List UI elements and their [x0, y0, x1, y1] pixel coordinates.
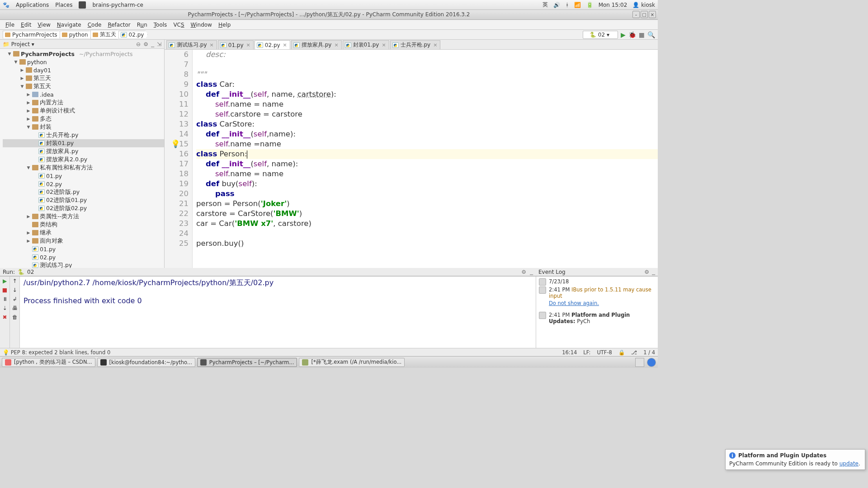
menu-code[interactable]: Code [85, 21, 104, 29]
workspace-switcher[interactable] [635, 358, 644, 367]
places-menu[interactable]: Places [55, 2, 72, 8]
close-tab-icon[interactable]: × [333, 42, 339, 48]
user-menu[interactable]: 👤 kiosk [632, 2, 655, 8]
python-file-icon [32, 254, 38, 260]
hide-tool-icon[interactable]: ⎯ [151, 41, 154, 47]
event-icon [539, 278, 546, 286]
breadcrumb-bar: PycharmProjects python 第五天 02.py 🐍 02 ▾ … [0, 30, 658, 40]
folder-icon [13, 51, 19, 56]
gnome-top-bar: 🐾 Applications Places brains-pycharm-ce … [0, 0, 658, 10]
python-file-icon [257, 42, 263, 48]
stop-button-icon[interactable]: ■ [639, 31, 645, 38]
menu-vcs[interactable]: VCS [170, 21, 187, 29]
settings-icon[interactable]: ⚙ [644, 269, 649, 275]
editor-tab[interactable]: 测试练习.py× [166, 40, 217, 49]
rerun-icon[interactable]: ▶ [1, 277, 9, 285]
breadcrumb-file[interactable]: 02.py [118, 31, 148, 39]
settings-icon[interactable]: ⚙ [143, 41, 148, 47]
run-config-selector[interactable]: 🐍 02 ▾ [583, 31, 618, 39]
soft-wrap-icon[interactable]: ↲ [11, 296, 19, 303]
breadcrumb-item[interactable]: 第五天 [90, 30, 120, 39]
file-encoding[interactable]: UTF-8 [597, 349, 612, 356]
project-view-dropdown[interactable]: 📁 Project ▾ [3, 41, 34, 47]
bluetooth-icon[interactable]: ᚼ [566, 2, 569, 8]
print-icon[interactable]: 🖶 [11, 305, 19, 312]
close-tab-icon[interactable]: × [209, 42, 215, 48]
git-branch-icon[interactable]: ⎇ [631, 349, 637, 356]
close-button[interactable]: × [649, 11, 656, 18]
menu-refactor[interactable]: Refactor [105, 21, 133, 29]
input-language-indicator[interactable]: 英 [542, 1, 548, 9]
maximize-button[interactable]: □ [641, 11, 648, 18]
taskbar-item[interactable]: [kiosk@foundation84:~/pytho... [97, 358, 195, 367]
editor-tab[interactable]: 01.py× [218, 40, 254, 49]
tree-selected-file[interactable]: 封装01.py [3, 139, 164, 147]
close-tab-icon[interactable]: × [282, 42, 288, 48]
python-file-icon [38, 141, 45, 146]
taskbar-item-active[interactable]: PycharmProjects – [~/Pycharm... [197, 358, 297, 367]
collapse-all-icon[interactable]: ⊖ [136, 41, 141, 47]
close-icon[interactable]: ✖ [1, 314, 9, 321]
breadcrumb-item[interactable]: python [60, 31, 92, 39]
python-file-icon [38, 173, 45, 178]
wifi-icon[interactable]: 📶 [574, 2, 581, 8]
python-file-icon [38, 197, 45, 203]
clock[interactable]: Mon 15:02 [599, 2, 627, 8]
status-bar: 💡 PEP 8: expected 2 blank lines, found 0… [0, 348, 658, 356]
tray-icon[interactable] [647, 358, 656, 367]
readonly-lock-icon[interactable]: 🔒 [618, 349, 625, 356]
python-file-icon [121, 32, 127, 38]
hide-icon[interactable]: ⎯ [652, 269, 655, 275]
pause-icon[interactable]: ⏸ [1, 296, 9, 303]
editor-tab-active[interactable]: 02.py× [255, 40, 290, 49]
battery-icon[interactable]: 🔋 [586, 2, 593, 8]
up-icon[interactable]: ↑ [11, 277, 19, 285]
close-tab-icon[interactable]: × [432, 42, 438, 48]
hide-icon[interactable]: ⎯ [530, 269, 533, 275]
close-tab-icon[interactable]: × [381, 42, 387, 48]
editor-gutter[interactable]: 678910111213141516171819202122232425 [165, 50, 193, 268]
menu-run[interactable]: Run [134, 21, 150, 29]
debug-button-icon[interactable]: 🐞 [628, 31, 636, 38]
run-console[interactable]: /usr/bin/python2.7 /home/kiosk/PycharmPr… [20, 277, 536, 348]
editor-tab[interactable]: 摆放家具.py× [291, 40, 342, 49]
do-not-show-link[interactable]: Do not show again. [549, 300, 599, 306]
menu-file[interactable]: File [3, 21, 17, 29]
editor-icon [302, 359, 308, 366]
python-file-icon [32, 246, 38, 252]
stop-icon[interactable]: ■ [1, 286, 9, 294]
settings-icon[interactable]: ⚙ [521, 269, 526, 275]
caret-position[interactable]: 16:14 [562, 349, 577, 356]
menu-edit[interactable]: Edit [18, 21, 34, 29]
taskbar-item[interactable]: [python , 类的练习题 – CSDN... [2, 358, 95, 367]
run-button-icon[interactable]: ▶ [621, 31, 626, 38]
menu-navigate[interactable]: Navigate [54, 21, 84, 29]
down-icon[interactable]: ↓ [11, 286, 19, 294]
close-tab-icon[interactable]: × [245, 42, 251, 48]
menu-window[interactable]: Window [188, 21, 215, 29]
menu-tools[interactable]: Tools [151, 21, 170, 29]
folder-icon [26, 75, 32, 81]
python-file-icon [38, 206, 45, 211]
search-everywhere-icon[interactable]: 🔍 [647, 31, 655, 38]
pycharm-taskbar-icon[interactable] [79, 1, 86, 9]
python-file-icon [293, 42, 300, 48]
code-editor[interactable]: desc:"""class Car: def __init__(self, na… [193, 50, 658, 268]
taskbar-item[interactable]: [*薛飞龙.exam (/A /run/media/kio... [299, 358, 405, 367]
dock-icon[interactable]: ⇲ [157, 41, 161, 47]
dump-icon[interactable]: ⇣ [1, 305, 9, 312]
applications-menu[interactable]: Applications [16, 2, 49, 8]
clear-icon[interactable]: 🗑 [11, 314, 19, 321]
editor-tab[interactable]: 封装01.py× [343, 40, 389, 49]
menu-view[interactable]: View [35, 21, 53, 29]
gnome-taskbar: [python , 类的练习题 – CSDN... [kiosk@foundat… [0, 356, 658, 368]
menu-help[interactable]: Help [216, 21, 233, 29]
project-tree[interactable]: ▼PycharmProjects ~/PycharmProjects ▼pyth… [0, 49, 164, 268]
minimize-button[interactable]: – [632, 11, 640, 18]
volume-icon[interactable]: 🔊 [553, 2, 560, 8]
editor-tab[interactable]: 士兵开枪.py× [390, 40, 441, 49]
line-separator[interactable]: LF: [583, 349, 590, 356]
folder-icon [32, 214, 38, 219]
breadcrumb-root[interactable]: PycharmProjects [3, 31, 61, 39]
event-log-title: Event Log ⚙⎯ [536, 268, 658, 276]
